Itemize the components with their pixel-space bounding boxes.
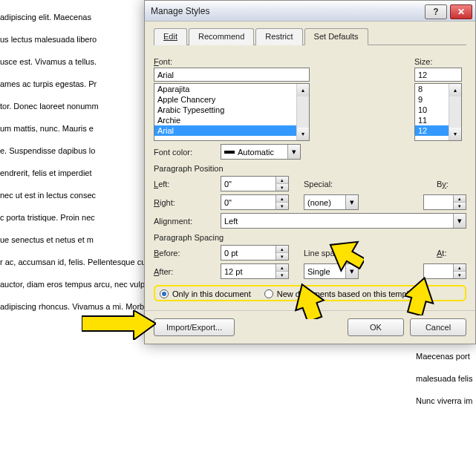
font-listbox[interactable]: Aparajita Apple Chancery Arabic Typesett… — [154, 83, 310, 141]
paragraph-position-label: Paragraph Position — [154, 164, 466, 173]
list-item[interactable]: Arial — [154, 125, 309, 136]
list-item[interactable]: Apple Chancery — [154, 94, 309, 105]
radio-only-this-document[interactable]: Only in this document — [160, 289, 251, 298]
before-label: Before: — [154, 249, 221, 258]
special-combo[interactable]: (none)▾ — [304, 194, 359, 210]
left-spin[interactable]: 0"▴▾ — [221, 176, 289, 191]
import-export-button[interactable]: Import/Export... — [154, 318, 235, 336]
list-item[interactable]: Arabic Typesetting — [154, 105, 309, 115]
cancel-button[interactable]: Cancel — [410, 318, 466, 336]
right-label: Right: — [154, 198, 221, 207]
dialog-title: Manage Styles — [151, 6, 209, 16]
chevron-down-icon[interactable]: ▾ — [345, 195, 358, 209]
chevron-down-icon[interactable]: ▾ — [287, 145, 300, 159]
color-swatch-icon — [224, 151, 235, 154]
after-label: After: — [154, 267, 221, 276]
font-scrollbar[interactable]: ▴▾ — [296, 84, 309, 140]
at-spin[interactable]: ▴▾ — [423, 263, 466, 279]
font-color-combo[interactable]: Automatic ▾ — [221, 144, 301, 160]
size-label: Size: — [414, 57, 466, 66]
font-label: Font: — [154, 57, 414, 66]
font-input[interactable] — [154, 68, 310, 82]
help-button[interactable]: ? — [425, 4, 447, 19]
tab-restrict[interactable]: Restrict — [255, 28, 302, 45]
radio-icon — [160, 289, 169, 298]
scope-radio-group: Only in this document New documents base… — [154, 285, 466, 301]
by-label: By: — [437, 180, 466, 189]
tab-recommend[interactable]: Recommend — [189, 28, 254, 45]
right-spin[interactable]: 0"▴▾ — [221, 194, 289, 210]
radio-icon — [264, 289, 273, 298]
tabs: Edit Recommend Restrict Set Defaults — [154, 27, 466, 45]
alignment-combo[interactable]: Left▾ — [221, 213, 466, 229]
tab-edit[interactable]: Edit — [154, 28, 187, 45]
list-item[interactable]: Aparajita — [154, 84, 309, 94]
size-scrollbar[interactable]: ▴▾ — [449, 84, 461, 140]
ok-button[interactable]: OK — [348, 318, 404, 336]
alignment-label: Alignment: — [154, 217, 221, 226]
chevron-down-icon[interactable]: ▾ — [453, 214, 466, 228]
manage-styles-dialog: Manage Styles ? ✕ Edit Recommend Restric… — [144, 0, 476, 344]
at-label: At: — [437, 249, 466, 258]
list-item[interactable]: Archie — [154, 115, 309, 125]
before-spin[interactable]: 0 pt▴▾ — [221, 245, 289, 260]
line-spacing-combo[interactable]: Single▾ — [304, 263, 359, 279]
paragraph-spacing-label: Paragraph Spacing — [154, 233, 466, 242]
chevron-down-icon[interactable]: ▾ — [345, 264, 358, 278]
tab-set-defaults[interactable]: Set Defaults — [304, 28, 368, 45]
close-button[interactable]: ✕ — [450, 4, 472, 19]
line-spacing-label: Line spacing: — [304, 249, 363, 258]
left-label: Left: — [154, 180, 221, 189]
size-listbox[interactable]: 8 9 10 11 12 ▴▾ — [414, 83, 462, 141]
special-label: Special: — [304, 180, 363, 189]
by-spin[interactable]: ▴▾ — [423, 194, 466, 210]
size-input[interactable] — [414, 68, 462, 82]
document-text-column2: Maecenas portmalesuada felisNunc viverra… — [416, 345, 472, 412]
radio-new-documents[interactable]: New documents based on this template — [264, 289, 420, 298]
after-spin[interactable]: 12 pt▴▾ — [221, 263, 289, 279]
titlebar[interactable]: Manage Styles ? ✕ — [145, 1, 475, 22]
font-color-label: Font color: — [154, 148, 221, 157]
